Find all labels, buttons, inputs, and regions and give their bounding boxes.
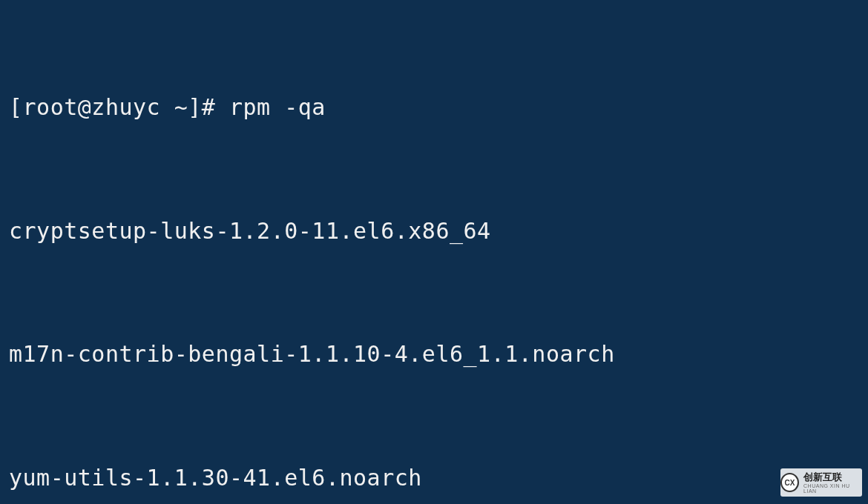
terminal-window[interactable]: [root@zhuyc ~]# rpm -qa cryptsetup-luks-…: [0, 0, 868, 504]
prompt-line: [root@zhuyc ~]# rpm -qa: [9, 87, 859, 128]
watermark-logo-icon: CX: [780, 473, 799, 492]
watermark-cn: 创新互联: [803, 472, 862, 482]
output-line: cryptsetup-luks-1.2.0-11.el6.x86_64: [9, 210, 859, 252]
output-line: yum-utils-1.1.30-41.el6.noarch: [9, 457, 859, 499]
watermark-text: 创新互联 CHUANG XIN HU LIAN: [803, 472, 862, 494]
watermark-badge: CX 创新互联 CHUANG XIN HU LIAN: [780, 468, 862, 497]
shell-prompt: [root@zhuyc ~]#: [9, 94, 229, 120]
watermark-en: CHUANG XIN HU LIAN: [803, 483, 862, 494]
command-text: rpm -qa: [229, 94, 326, 120]
output-line: m17n-contrib-bengali-1.1.10-4.el6_1.1.no…: [9, 334, 859, 375]
